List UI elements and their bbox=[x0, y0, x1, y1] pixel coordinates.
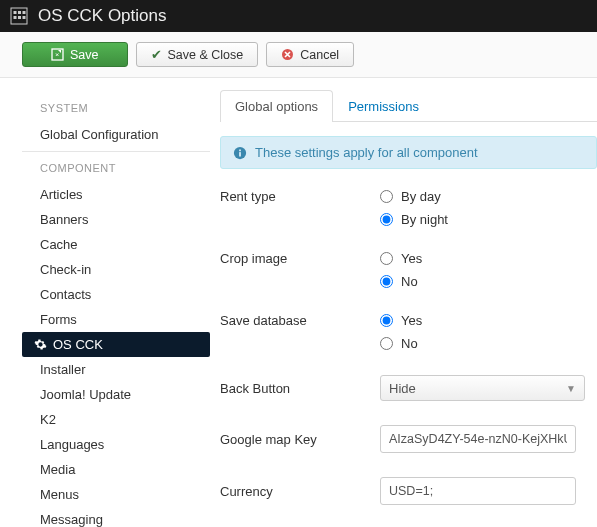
svg-rect-5 bbox=[18, 16, 21, 19]
sidebar-item-joomla-update[interactable]: Joomla! Update bbox=[22, 382, 210, 407]
sidebar-item-media[interactable]: Media bbox=[22, 457, 210, 482]
tab-global-options[interactable]: Global options bbox=[220, 90, 333, 122]
sidebar-item-checkin[interactable]: Check-in bbox=[22, 257, 210, 282]
sidebar-item-menus[interactable]: Menus bbox=[22, 482, 210, 507]
chevron-down-icon: ▼ bbox=[566, 383, 576, 394]
tab-permissions[interactable]: Permissions bbox=[333, 90, 434, 122]
sidebar-item-cache[interactable]: Cache bbox=[22, 232, 210, 257]
svg-rect-11 bbox=[239, 149, 241, 151]
input-gmap-key[interactable] bbox=[380, 425, 576, 453]
radio-rent-day[interactable]: By day bbox=[380, 189, 441, 204]
svg-rect-3 bbox=[23, 11, 26, 14]
svg-rect-2 bbox=[18, 11, 21, 14]
label-back-button: Back Button bbox=[220, 381, 380, 396]
page-header: OS CCK Options bbox=[0, 0, 597, 32]
svg-rect-6 bbox=[23, 16, 26, 19]
sidebar: SYSTEM Global Configuration COMPONENT Ar… bbox=[0, 78, 220, 527]
svg-rect-1 bbox=[14, 11, 17, 14]
sidebar-item-global-config[interactable]: Global Configuration bbox=[22, 122, 210, 147]
save-button[interactable]: Save bbox=[22, 42, 128, 67]
sidebar-item-installer[interactable]: Installer bbox=[22, 357, 210, 382]
tabs: Global options Permissions bbox=[220, 90, 597, 122]
svg-rect-10 bbox=[239, 152, 241, 156]
sidebar-item-forms[interactable]: Forms bbox=[22, 307, 210, 332]
info-alert: These settings apply for all component bbox=[220, 136, 597, 169]
input-currency[interactable] bbox=[380, 477, 576, 505]
svg-rect-4 bbox=[14, 16, 17, 19]
content: Global options Permissions These setting… bbox=[220, 78, 597, 527]
sidebar-item-k2[interactable]: K2 bbox=[22, 407, 210, 432]
select-back-button[interactable]: Hide ▼ bbox=[380, 375, 585, 401]
radio-crop-no[interactable]: No bbox=[380, 274, 418, 289]
label-rent-type: Rent type bbox=[220, 189, 380, 204]
sidebar-item-articles[interactable]: Articles bbox=[22, 182, 210, 207]
save-close-button[interactable]: ✔ Save & Close bbox=[136, 42, 259, 67]
sidebar-item-banners[interactable]: Banners bbox=[22, 207, 210, 232]
label-currency: Currency bbox=[220, 484, 380, 499]
info-icon bbox=[233, 146, 247, 160]
sidebar-item-contacts[interactable]: Contacts bbox=[22, 282, 210, 307]
sidebar-item-oscck[interactable]: OS CCK bbox=[22, 332, 210, 357]
divider bbox=[22, 151, 210, 152]
sidebar-heading-component: COMPONENT bbox=[40, 162, 210, 174]
radio-rent-night[interactable]: By night bbox=[380, 212, 448, 227]
options-icon bbox=[10, 7, 28, 25]
toolbar: Save ✔ Save & Close Cancel bbox=[0, 32, 597, 78]
label-save-db: Save database bbox=[220, 313, 380, 328]
label-gmap-key: Google map Key bbox=[220, 432, 380, 447]
sidebar-item-languages[interactable]: Languages bbox=[22, 432, 210, 457]
sidebar-heading-system: SYSTEM bbox=[40, 102, 210, 114]
apply-icon bbox=[51, 48, 64, 61]
cancel-icon bbox=[281, 48, 294, 61]
cancel-button[interactable]: Cancel bbox=[266, 42, 354, 67]
label-crop-image: Crop image bbox=[220, 251, 380, 266]
gear-icon bbox=[34, 338, 47, 351]
radio-savedb-no[interactable]: No bbox=[380, 336, 418, 351]
sidebar-item-messaging[interactable]: Messaging bbox=[22, 507, 210, 527]
radio-savedb-yes[interactable]: Yes bbox=[380, 313, 422, 328]
check-icon: ✔ bbox=[151, 47, 162, 62]
page-title: OS CCK Options bbox=[38, 6, 167, 26]
radio-crop-yes[interactable]: Yes bbox=[380, 251, 422, 266]
